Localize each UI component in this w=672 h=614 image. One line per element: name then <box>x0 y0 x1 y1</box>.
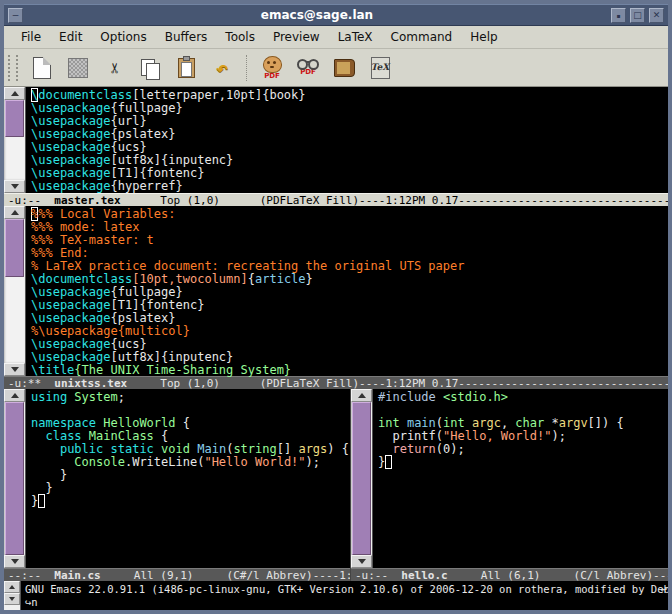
menu-item-file[interactable]: File <box>12 28 50 46</box>
modeline-flags: -u:-- <box>355 569 401 581</box>
code-line: using System; <box>31 391 350 404</box>
modeline-unixtss-tex[interactable]: -u:** unixtss.tex Top (1,0) (PDFLaTeX Fi… <box>4 376 668 389</box>
scroll-down-button[interactable] <box>4 180 25 193</box>
bibtex-button[interactable] <box>326 52 362 84</box>
menu-item-buffers[interactable]: Buffers <box>156 28 217 46</box>
scroll-trough[interactable] <box>4 402 25 555</box>
scrollbar-master-tex[interactable] <box>4 87 26 193</box>
pdflatex-label: PDF <box>264 73 280 80</box>
view-pdf-label: PDF <box>300 69 316 76</box>
modeline-buffer-name: Main.cs <box>54 569 100 581</box>
modeline-flags: --:-- <box>8 569 54 581</box>
scroll-down-button[interactable] <box>351 555 372 568</box>
scroll-trough[interactable] <box>4 219 25 363</box>
scroll-down-button[interactable] <box>4 363 25 376</box>
scroll-down-button[interactable] <box>4 593 20 605</box>
pdflatex-button[interactable]: PDF <box>254 52 290 84</box>
latex-doc-button[interactable]: TeX <box>362 52 398 84</box>
menu-item-command[interactable]: Command <box>382 28 462 46</box>
scroll-trough[interactable] <box>4 100 25 180</box>
tex-lion-icon <box>263 56 282 73</box>
undo-arrow-icon: ↶ <box>216 56 228 80</box>
buffer-window-hello-c: #include <stdio.h> int main(int argc, ch… <box>351 389 668 568</box>
code-line: #include <stdio.h> <box>378 391 668 404</box>
cut-scissors-icon: ✂ <box>104 62 124 73</box>
modeline-status: All (9,1) (C#/l Abbrev)----1:12PM 0.17--… <box>101 569 350 581</box>
scroll-trough[interactable] <box>351 402 372 555</box>
echo-line-2-text: n <box>31 596 37 608</box>
code-line: \usepackage{hyperref} <box>31 180 668 193</box>
scroll-thumb[interactable] <box>5 219 24 277</box>
modeline-flags: -u:** <box>8 377 54 389</box>
menu-item-edit[interactable]: Edit <box>50 28 91 46</box>
echo-message: GNU Emacs 22.0.91.1 (i486-pc-linux-gnu, … <box>21 581 668 611</box>
menu-item-options[interactable]: Options <box>91 28 155 46</box>
save-button <box>60 52 96 84</box>
menu-item-help[interactable]: Help <box>461 28 506 46</box>
tex-doc-icon: TeX <box>371 57 390 79</box>
buffer-window-master-tex: \documentclass[letterpaper,10pt]{book}\u… <box>4 87 668 193</box>
modeline-buffer-name: master.tex <box>54 194 120 206</box>
minimize-button[interactable]: ▪ <box>611 8 626 23</box>
shade-button[interactable]: − <box>8 8 23 23</box>
scroll-up-button[interactable] <box>351 389 372 402</box>
copy-button[interactable] <box>132 52 168 84</box>
code-line: } <box>378 456 668 469</box>
modeline-buffer-name: unixtss.tex <box>54 377 127 389</box>
book-icon <box>334 59 355 77</box>
modeline-status: All (6,1) (C/l Abbrev)----1:12PM 0.17---… <box>448 569 668 581</box>
text-area-master-tex[interactable]: \documentclass[letterpaper,10pt]{book}\u… <box>26 87 668 195</box>
scroll-thumb[interactable] <box>352 402 371 555</box>
line-wrap-icon: ↩ <box>660 583 667 596</box>
modeline-hello-c[interactable]: -u:-- hello.c All (6,1) (C/l Abbrev)----… <box>351 568 668 581</box>
view-pdf-button[interactable]: PDF <box>290 52 326 84</box>
scrollbar-unixtss-tex[interactable] <box>4 206 26 376</box>
echo-line-1: GNU Emacs 22.0.91.1 (i486-pc-linux-gnu, … <box>25 583 668 596</box>
toolbar-grip[interactable] <box>8 55 18 81</box>
scroll-down-button[interactable] <box>4 555 25 568</box>
menu-item-preview[interactable]: Preview <box>264 28 329 46</box>
text-area-unixtss-tex[interactable]: %%% Local Variables: %%% mode: latex%%% … <box>26 206 668 378</box>
modeline-status: Top (1,0) (PDFLaTeX Fill)----1:12PM 0.17… <box>127 377 668 389</box>
scroll-up-button[interactable] <box>4 389 25 402</box>
text-area-main-cs[interactable]: using System; namespace HelloWorld { cla… <box>26 389 350 568</box>
scroll-up-button[interactable] <box>4 206 25 219</box>
new-file-button[interactable] <box>24 52 60 84</box>
save-disk-icon <box>68 58 88 78</box>
glasses-icon <box>297 59 319 69</box>
modeline-flags: -u:-- <box>8 194 54 206</box>
menu-item-tools[interactable]: Tools <box>216 28 264 46</box>
code-line: } <box>31 495 350 508</box>
scrollbar-main-cs[interactable] <box>4 389 26 568</box>
copy-pages-icon <box>141 59 155 76</box>
code-line: %%% TeX-master: t <box>31 234 668 247</box>
code-line: \title{The UNIX Time-Sharing System} <box>31 364 668 377</box>
undo-button[interactable]: ↶ <box>204 52 240 84</box>
maximize-button[interactable]: □ <box>630 8 645 23</box>
scrollbar-hello-c[interactable] <box>351 389 373 568</box>
minibuffer-scrollbar[interactable] <box>4 581 21 611</box>
cut-button[interactable]: ✂ <box>96 52 132 84</box>
menu-item-latex[interactable]: LaTeX <box>329 28 382 46</box>
bottom-split: using System; namespace HelloWorld { cla… <box>4 389 668 581</box>
scroll-up-button[interactable] <box>4 87 25 100</box>
modeline-status: Top (1,0) (PDFLaTeX Fill)----1:12PM 0.17… <box>121 194 668 206</box>
scroll-thumb[interactable] <box>5 402 24 555</box>
echo-area: GNU Emacs 22.0.91.1 (i486-pc-linux-gnu, … <box>4 581 668 611</box>
paste-button[interactable] <box>168 52 204 84</box>
paste-clipboard-icon <box>178 58 195 78</box>
new-file-icon <box>33 57 51 79</box>
scroll-thumb[interactable] <box>5 100 24 137</box>
close-button[interactable]: ✕ <box>649 8 664 23</box>
code-line: } <box>31 482 350 495</box>
menu-bar: FileEditOptionsBuffersToolsPreviewLaTeXC… <box>4 26 668 49</box>
scroll-up-button[interactable] <box>4 581 20 593</box>
buffer-window-unixtss-tex: %%% Local Variables: %%% mode: latex%%% … <box>4 206 668 376</box>
modeline-master-tex[interactable]: -u:-- master.tex Top (1,0) (PDFLaTeX Fil… <box>4 193 668 206</box>
toolbar: ✂ ↶ PDF PDF TeX <box>4 49 668 87</box>
emacs-frame: − emacs@sage.lan ▪ □ ✕ FileEditOptionsBu… <box>0 0 672 614</box>
code-line: } <box>31 469 350 482</box>
modeline-main-cs[interactable]: --:-- Main.cs All (9,1) (C#/l Abbrev)---… <box>4 568 350 581</box>
text-area-hello-c[interactable]: #include <stdio.h> int main(int argc, ch… <box>373 389 668 568</box>
titlebar[interactable]: − emacs@sage.lan ▪ □ ✕ <box>4 4 668 26</box>
